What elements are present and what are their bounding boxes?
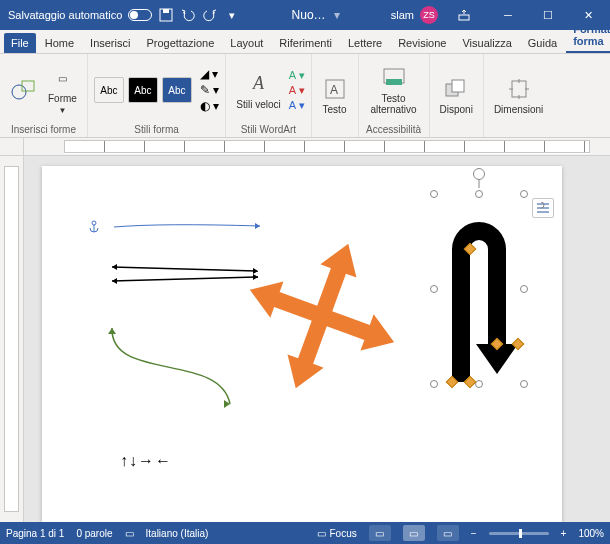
autosave-toggle[interactable]	[128, 9, 152, 21]
tab-home[interactable]: Home	[38, 33, 81, 53]
status-language[interactable]: Italiano (Italia)	[146, 528, 209, 539]
save-icon[interactable]	[158, 7, 174, 23]
ribbon: ▭ Forme ▼ Inserisci forme Abc Abc Abc ◢ …	[0, 54, 610, 138]
svg-rect-11	[512, 81, 526, 97]
shape-effects-icon[interactable]: ◐ ▾	[200, 99, 219, 113]
tab-references[interactable]: Riferimenti	[272, 33, 339, 53]
tab-help[interactable]: Guida	[521, 33, 564, 53]
layout-options-button[interactable]	[532, 198, 554, 218]
svg-rect-2	[459, 15, 469, 20]
group-wordart-styles: Stili WordArt	[232, 124, 304, 137]
shape-orange-quad-arrow[interactable]	[242, 236, 402, 396]
svg-rect-8	[386, 79, 402, 85]
zoom-slider[interactable]	[489, 532, 549, 535]
tab-mailings[interactable]: Lettere	[341, 33, 389, 53]
username: slam	[391, 9, 414, 21]
group-accessibility: Accessibilità	[365, 124, 423, 137]
svg-line-14	[112, 277, 258, 281]
tab-file[interactable]: File	[4, 33, 36, 53]
alt-text-button[interactable]: Testo alternativo	[365, 63, 423, 117]
text-button[interactable]: A Testo	[318, 74, 352, 117]
tab-layout[interactable]: Layout	[223, 33, 270, 53]
insert-shapes-gallery[interactable]	[6, 75, 40, 105]
status-page[interactable]: Pagina 1 di 1	[6, 528, 64, 539]
zoom-level[interactable]: 100%	[578, 528, 604, 539]
view-web-layout[interactable]: ▭	[437, 525, 459, 541]
shape-arrow-glyphs[interactable]: ↑↓→←	[120, 452, 172, 470]
shape-style-3[interactable]: Abc	[162, 77, 192, 103]
shape-green-curve[interactable]	[100, 322, 240, 412]
ruler-vertical[interactable]	[0, 156, 24, 522]
tab-review[interactable]: Revisione	[391, 33, 453, 53]
minimize-button[interactable]: ─	[488, 0, 528, 30]
shape-style-1[interactable]: Abc	[94, 77, 124, 103]
document-title: Nuo…	[292, 8, 326, 22]
status-spellcheck-icon[interactable]: ▭	[125, 528, 134, 539]
ribbon-display-icon[interactable]	[444, 0, 484, 30]
shape-fill-icon[interactable]: ◢ ▾	[200, 67, 219, 81]
text-outline-icon[interactable]: A ▾	[289, 84, 305, 97]
svg-rect-10	[452, 80, 464, 92]
group-insert-shapes: Inserisci forme	[6, 124, 81, 137]
arrange-button[interactable]: Disponi	[436, 74, 477, 117]
text-fill-icon[interactable]: A ▾	[289, 69, 305, 82]
shape-blue-arrow-line[interactable]	[112, 219, 262, 233]
status-word-count[interactable]: 0 parole	[76, 528, 112, 539]
group-shape-styles: Stili forma	[94, 124, 219, 137]
shape-double-arrows[interactable]	[108, 262, 263, 286]
svg-line-13	[112, 267, 258, 271]
zoom-in-button[interactable]: +	[561, 528, 567, 539]
anchor-icon	[88, 220, 100, 234]
ruler-horizontal[interactable]	[0, 138, 610, 156]
text-effects-icon[interactable]: A ▾	[289, 99, 305, 112]
document-page[interactable]: ↑↓→←	[42, 166, 562, 522]
shapes-dropdown[interactable]: ▭ Forme ▼	[44, 63, 81, 117]
redo-icon[interactable]	[202, 7, 218, 23]
shape-outline-icon[interactable]: ✎ ▾	[200, 83, 219, 97]
svg-rect-1	[163, 9, 169, 13]
svg-rect-4	[22, 81, 34, 91]
tab-shape-format[interactable]: Formato forma	[566, 19, 610, 53]
document-scroll-area[interactable]: ↑↓→←	[24, 156, 610, 522]
workspace: ↑↓→←	[0, 156, 610, 522]
ribbon-tabs: File Home Inserisci Progettazione Layout…	[0, 30, 610, 54]
tab-insert[interactable]: Inserisci	[83, 33, 137, 53]
zoom-out-button[interactable]: −	[471, 528, 477, 539]
tab-view[interactable]: Visualizza	[455, 33, 518, 53]
shape-uturn-selected[interactable]	[434, 194, 524, 384]
autosave-label: Salvataggio automatico	[8, 9, 122, 21]
svg-point-3	[12, 85, 26, 99]
shape-style-2[interactable]: Abc	[128, 77, 158, 103]
status-bar: Pagina 1 di 1 0 parole ▭ Italiano (Itali…	[0, 522, 610, 544]
maximize-button[interactable]: ☐	[528, 0, 568, 30]
tab-design[interactable]: Progettazione	[139, 33, 221, 53]
svg-point-12	[92, 221, 96, 225]
qat-customize-icon[interactable]: ▾	[224, 7, 240, 23]
wordart-quick-styles[interactable]: A Stili veloci	[232, 69, 284, 112]
user-avatar[interactable]: ZS	[420, 6, 438, 24]
view-read-mode[interactable]: ▭	[369, 525, 391, 541]
rotate-handle[interactable]	[473, 168, 485, 180]
view-print-layout[interactable]: ▭	[403, 525, 425, 541]
undo-icon[interactable]	[180, 7, 196, 23]
status-focus[interactable]: ▭ Focus	[317, 528, 357, 539]
title-bar: Salvataggio automatico ▾ Nuo… ▾ slam ZS …	[0, 0, 610, 30]
svg-text:A: A	[330, 83, 338, 97]
size-button[interactable]: Dimensioni	[490, 74, 547, 117]
